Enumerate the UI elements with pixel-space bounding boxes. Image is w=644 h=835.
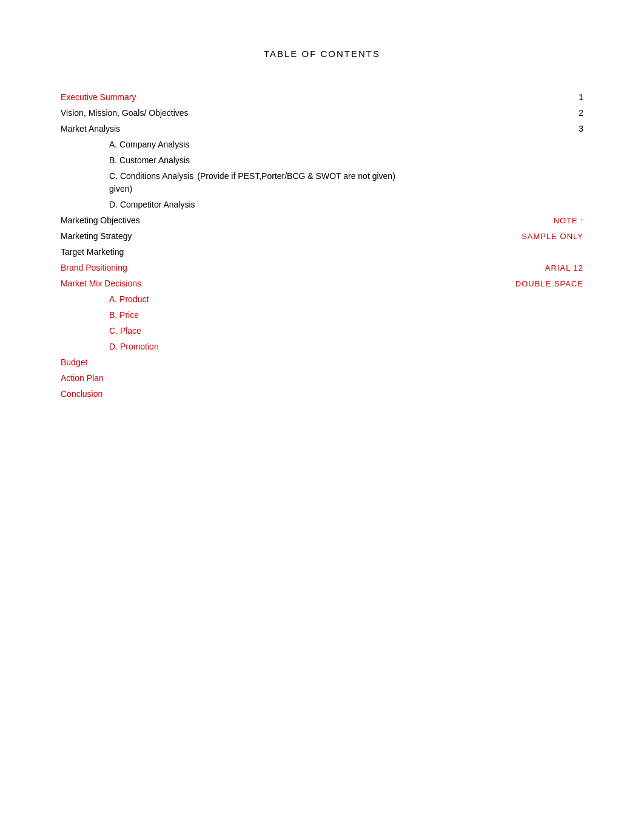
note-double-space: Double Space: [515, 279, 583, 288]
toc-label-conditions-analysis: C. Conditions Analysis: [109, 171, 193, 181]
toc-row-brand-positioning: Brand Positioning Arial 12: [61, 260, 583, 276]
toc-page-market-analysis: 3: [535, 124, 583, 134]
toc-label-conclusion: Conclusion: [61, 389, 102, 399]
toc-row-market-analysis: Market Analysis 3: [61, 121, 583, 137]
marketing-objectives-section: Marketing Objectives Note : Marketing St…: [61, 212, 583, 260]
toc-label-vision-mission: Vision, Mission, Goals/ Objectives: [61, 108, 189, 118]
toc-label-price: B. Price: [61, 310, 139, 320]
toc-row-price: B. Price: [61, 307, 583, 323]
toc-row-executive-summary: Executive Summary 1: [61, 89, 583, 105]
note-sample: Sample Only: [522, 232, 583, 241]
toc-label-company-analysis: A. Company Analysis: [61, 140, 189, 149]
toc-label-promotion: D. Promotion: [61, 342, 159, 351]
toc-label-place: C. Place: [61, 326, 141, 336]
toc-label-customer-analysis: B. Customer Analysis: [61, 155, 190, 165]
toc-row-product: A. Product: [61, 291, 583, 307]
toc-label-action-plan: Action Plan: [61, 373, 104, 383]
toc-row-conclusion: Conclusion: [61, 386, 583, 402]
toc-label-market-analysis: Market Analysis: [61, 124, 120, 134]
toc-row-company-analysis: A. Company Analysis: [61, 137, 583, 152]
toc-row-budget: Budget: [61, 354, 583, 370]
toc-row-target-marketing: Target Marketing: [61, 244, 583, 260]
toc-label-market-mix-decisions: Market Mix Decisions: [61, 279, 141, 288]
toc-label-budget: Budget: [61, 357, 87, 367]
page: TABLE OF CONTENTS Executive Summary 1 Vi…: [0, 0, 644, 835]
toc-row-promotion: D. Promotion: [61, 339, 583, 354]
toc-page-vision-mission: 2: [535, 108, 583, 118]
toc-row-action-plan: Action Plan: [61, 370, 583, 386]
conditions-given-row: given): [61, 184, 583, 197]
toc-row-market-mix-decisions: Market Mix Decisions Double Space: [61, 276, 583, 291]
toc-row-conditions-analysis: C. Conditions Analysis (Provide if PEST,…: [61, 168, 583, 184]
toc-label-executive-summary: Executive Summary: [61, 92, 136, 102]
toc-label-conditions-given: given): [109, 184, 132, 194]
toc-row-customer-analysis: B. Customer Analysis: [61, 152, 583, 168]
page-title: TABLE OF CONTENTS: [61, 49, 583, 59]
toc-row-marketing-objectives: Marketing Objectives Note :: [61, 212, 583, 228]
toc-row-vision-mission: Vision, Mission, Goals/ Objectives 2: [61, 105, 583, 121]
toc-row-marketing-strategy: Marketing Strategy Sample Only: [61, 228, 583, 244]
toc-label-conditions-sublabel: (Provide if PEST,Porter/BCG & SWOT are n…: [197, 171, 395, 181]
toc-section: Executive Summary 1 Vision, Mission, Goa…: [61, 89, 583, 402]
toc-label-brand-positioning: Brand Positioning: [61, 263, 127, 272]
toc-label-target-marketing: Target Marketing: [61, 247, 124, 257]
toc-row-competitor-analysis: D. Competitor Analysis: [61, 197, 583, 212]
toc-label-marketing-strategy: Marketing Strategy: [61, 231, 132, 241]
toc-label-marketing-objectives: Marketing Objectives: [61, 215, 140, 225]
toc-label-product: A. Product: [61, 294, 149, 304]
note-label: Note :: [554, 216, 583, 225]
toc-row-place: C. Place: [61, 323, 583, 339]
toc-label-competitor-analysis: D. Competitor Analysis: [61, 200, 195, 209]
note-arial: Arial 12: [545, 263, 583, 272]
toc-page-executive-summary: 1: [535, 92, 583, 102]
